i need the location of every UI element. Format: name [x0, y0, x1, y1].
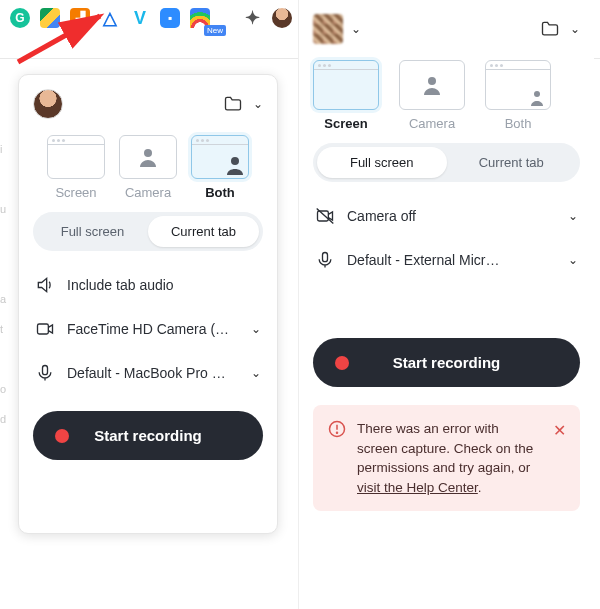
- chevron-down-icon: ⌄: [568, 253, 578, 267]
- start-recording-label: Start recording: [393, 354, 501, 371]
- error-text: There was an error with screen capture. …: [357, 419, 543, 497]
- user-avatar[interactable]: [33, 89, 63, 119]
- extension-icon-analytics[interactable]: ▞: [70, 8, 90, 28]
- extension-icon-zoom[interactable]: ▪: [160, 8, 180, 28]
- start-recording-button[interactable]: Start recording: [33, 411, 263, 460]
- chevron-down-icon[interactable]: ⌄: [253, 97, 263, 111]
- seg-full-screen[interactable]: Full screen: [37, 216, 148, 247]
- seg-current-tab[interactable]: Current tab: [447, 147, 577, 178]
- start-recording-label: Start recording: [94, 427, 202, 444]
- close-icon[interactable]: ✕: [553, 419, 566, 442]
- extension-icon-triangle[interactable]: △: [100, 8, 120, 28]
- mode-screen-label: Screen: [55, 185, 96, 200]
- capture-scope-toggle: Full screen Current tab: [313, 143, 580, 182]
- chevron-down-icon[interactable]: ⌄: [570, 22, 580, 36]
- row-mic-label: Default - MacBook Pro …: [67, 365, 239, 381]
- mode-both[interactable]: Both: [191, 135, 249, 200]
- mode-screen-label: Screen: [324, 116, 367, 131]
- microphone-icon: [35, 363, 55, 383]
- row-audio-label: Include tab audio: [67, 277, 261, 293]
- record-dot-icon: [335, 356, 349, 370]
- chevron-down-icon: ⌄: [568, 209, 578, 223]
- new-badge: New: [204, 25, 226, 36]
- help-center-link[interactable]: visit the Help Center: [357, 480, 478, 495]
- panel-header: ⌄ ⌄: [313, 14, 580, 44]
- error-icon: [327, 419, 347, 439]
- svg-point-12: [337, 432, 338, 433]
- extension-icon-drive[interactable]: [40, 8, 60, 28]
- capture-scope-toggle: Full screen Current tab: [33, 212, 263, 251]
- svg-point-6: [534, 91, 540, 97]
- chevron-down-icon[interactable]: ⌄: [351, 22, 361, 36]
- row-camera-label: Camera off: [347, 208, 556, 224]
- svg-rect-3: [38, 324, 49, 334]
- row-mic-label: Default - External Micr…: [347, 252, 556, 268]
- extension-icon-vimeo[interactable]: V: [130, 8, 150, 28]
- chevron-down-icon: ⌄: [251, 322, 261, 336]
- svg-rect-7: [318, 211, 329, 221]
- mode-camera[interactable]: Camera: [119, 135, 177, 200]
- extension-icon-puzzle[interactable]: ✦: [242, 8, 262, 28]
- folder-icon[interactable]: [540, 19, 560, 39]
- svg-rect-4: [43, 366, 48, 375]
- seg-full-screen[interactable]: Full screen: [317, 147, 447, 178]
- extension-icon-grammarly[interactable]: G: [10, 8, 30, 28]
- background-page-fragment: iuatod: [0, 74, 18, 599]
- record-dot-icon: [55, 429, 69, 443]
- speaker-icon: [35, 275, 55, 295]
- recorder-popup-right: ⌄ ⌄ Screen Camera Both Full screen Curre…: [298, 0, 594, 609]
- folder-icon[interactable]: [223, 94, 243, 114]
- mode-both[interactable]: Both: [485, 60, 551, 131]
- profile-avatar-icon[interactable]: [272, 8, 292, 28]
- start-recording-button[interactable]: Start recording: [313, 338, 580, 387]
- row-mic-select[interactable]: Default - MacBook Pro … ⌄: [33, 351, 263, 395]
- svg-point-1: [144, 149, 152, 157]
- chevron-down-icon: ⌄: [251, 366, 261, 380]
- panel-header: ⌄: [33, 89, 263, 119]
- mode-camera-label: Camera: [125, 185, 171, 200]
- mode-both-label: Both: [205, 185, 235, 200]
- user-avatar-pixelated[interactable]: [313, 14, 343, 44]
- camera-icon: [35, 319, 55, 339]
- svg-point-2: [231, 157, 239, 165]
- mode-selector: Screen Camera Both: [313, 60, 580, 131]
- mode-camera[interactable]: Camera: [399, 60, 465, 131]
- mode-screen[interactable]: Screen: [313, 60, 379, 131]
- microphone-icon: [315, 250, 335, 270]
- mode-camera-label: Camera: [409, 116, 455, 131]
- mode-screen[interactable]: Screen: [47, 135, 105, 200]
- svg-point-5: [428, 77, 436, 85]
- mode-both-label: Both: [505, 116, 532, 131]
- mode-selector: Screen Camera Both: [33, 135, 263, 200]
- seg-current-tab[interactable]: Current tab: [148, 216, 259, 247]
- camera-off-icon: [315, 206, 335, 226]
- row-camera-select[interactable]: FaceTime HD Camera (… ⌄: [33, 307, 263, 351]
- error-banner: There was an error with screen capture. …: [313, 405, 580, 511]
- row-camera-select[interactable]: Camera off ⌄: [313, 194, 580, 238]
- row-mic-select[interactable]: Default - External Micr… ⌄: [313, 238, 580, 282]
- row-include-tab-audio[interactable]: Include tab audio: [33, 263, 263, 307]
- recorder-popup-left: ⌄ Screen Camera Both Full screen Current…: [18, 74, 278, 534]
- svg-rect-9: [323, 253, 328, 262]
- row-camera-label: FaceTime HD Camera (…: [67, 321, 239, 337]
